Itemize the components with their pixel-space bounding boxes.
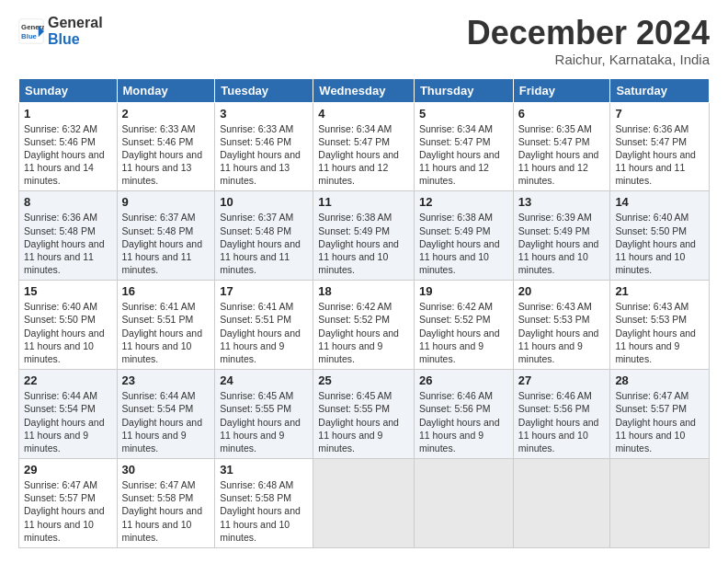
day-detail: Sunrise: 6:39 AMSunset: 5:49 PMDaylight … bbox=[518, 212, 599, 275]
week-row-1: 1 Sunrise: 6:32 AMSunset: 5:46 PMDayligh… bbox=[19, 102, 710, 191]
day-detail: Sunrise: 6:35 AMSunset: 5:47 PMDaylight … bbox=[518, 123, 599, 187]
logo-line2: Blue bbox=[48, 31, 80, 47]
day-cell bbox=[513, 459, 610, 548]
day-number: 3 bbox=[220, 107, 308, 121]
day-cell: 28 Sunrise: 6:47 AMSunset: 5:57 PMDaylig… bbox=[610, 370, 710, 459]
day-detail: Sunrise: 6:34 AMSunset: 5:47 PMDaylight … bbox=[419, 123, 500, 187]
day-detail: Sunrise: 6:40 AMSunset: 5:50 PMDaylight … bbox=[24, 301, 105, 364]
day-cell: 20 Sunrise: 6:43 AMSunset: 5:53 PMDaylig… bbox=[513, 281, 610, 370]
day-cell: 16 Sunrise: 6:41 AMSunset: 5:51 PMDaylig… bbox=[117, 281, 215, 370]
day-number: 15 bbox=[24, 284, 112, 298]
day-cell bbox=[610, 459, 710, 548]
day-number: 7 bbox=[615, 107, 704, 121]
day-cell: 3 Sunrise: 6:33 AMSunset: 5:46 PMDayligh… bbox=[215, 102, 313, 191]
title-block: December 2024 Raichur, Karnataka, India bbox=[467, 15, 710, 67]
day-detail: Sunrise: 6:42 AMSunset: 5:52 PMDaylight … bbox=[419, 301, 500, 364]
day-detail: Sunrise: 6:42 AMSunset: 5:52 PMDaylight … bbox=[318, 301, 399, 364]
day-detail: Sunrise: 6:48 AMSunset: 5:58 PMDaylight … bbox=[220, 479, 301, 543]
day-detail: Sunrise: 6:43 AMSunset: 5:53 PMDaylight … bbox=[518, 301, 599, 364]
day-number: 28 bbox=[615, 373, 704, 387]
header-row: General Blue General Blue December 2024 … bbox=[18, 15, 710, 67]
day-detail: Sunrise: 6:47 AMSunset: 5:58 PMDaylight … bbox=[122, 479, 203, 543]
day-detail: Sunrise: 6:38 AMSunset: 5:49 PMDaylight … bbox=[318, 212, 399, 275]
day-detail: Sunrise: 6:44 AMSunset: 5:54 PMDaylight … bbox=[122, 390, 203, 454]
day-number: 8 bbox=[24, 195, 112, 209]
day-detail: Sunrise: 6:37 AMSunset: 5:48 PMDaylight … bbox=[220, 212, 301, 275]
day-number: 22 bbox=[24, 373, 112, 387]
week-row-3: 15 Sunrise: 6:40 AMSunset: 5:50 PMDaylig… bbox=[19, 281, 710, 370]
day-cell: 22 Sunrise: 6:44 AMSunset: 5:54 PMDaylig… bbox=[19, 370, 118, 459]
week-row-4: 22 Sunrise: 6:44 AMSunset: 5:54 PMDaylig… bbox=[19, 370, 710, 459]
day-cell: 10 Sunrise: 6:37 AMSunset: 5:48 PMDaylig… bbox=[215, 191, 313, 281]
logo: General Blue General Blue bbox=[18, 15, 103, 47]
day-cell: 24 Sunrise: 6:45 AMSunset: 5:55 PMDaylig… bbox=[215, 370, 313, 459]
day-cell: 11 Sunrise: 6:38 AMSunset: 5:49 PMDaylig… bbox=[313, 191, 415, 281]
day-detail: Sunrise: 6:33 AMSunset: 5:46 PMDaylight … bbox=[122, 123, 203, 187]
day-number: 17 bbox=[220, 284, 308, 298]
day-number: 23 bbox=[122, 373, 210, 387]
day-detail: Sunrise: 6:46 AMSunset: 5:56 PMDaylight … bbox=[518, 390, 599, 454]
header-sunday: Sunday bbox=[19, 78, 118, 102]
day-cell: 5 Sunrise: 6:34 AMSunset: 5:47 PMDayligh… bbox=[414, 102, 513, 191]
header-friday: Friday bbox=[513, 78, 610, 102]
day-number: 4 bbox=[318, 107, 409, 121]
day-cell bbox=[313, 459, 415, 548]
day-cell: 23 Sunrise: 6:44 AMSunset: 5:54 PMDaylig… bbox=[117, 370, 215, 459]
day-cell: 21 Sunrise: 6:43 AMSunset: 5:53 PMDaylig… bbox=[610, 281, 710, 370]
day-cell: 25 Sunrise: 6:45 AMSunset: 5:55 PMDaylig… bbox=[313, 370, 415, 459]
day-cell: 8 Sunrise: 6:36 AMSunset: 5:48 PMDayligh… bbox=[19, 191, 118, 281]
month-title: December 2024 bbox=[467, 15, 710, 52]
day-cell: 9 Sunrise: 6:37 AMSunset: 5:48 PMDayligh… bbox=[117, 191, 215, 281]
day-number: 26 bbox=[419, 373, 508, 387]
day-cell: 30 Sunrise: 6:47 AMSunset: 5:58 PMDaylig… bbox=[117, 459, 215, 548]
day-cell: 12 Sunrise: 6:38 AMSunset: 5:49 PMDaylig… bbox=[414, 191, 513, 281]
day-number: 9 bbox=[122, 195, 210, 209]
day-detail: Sunrise: 6:40 AMSunset: 5:50 PMDaylight … bbox=[615, 212, 696, 275]
day-cell: 31 Sunrise: 6:48 AMSunset: 5:58 PMDaylig… bbox=[215, 459, 313, 548]
week-row-2: 8 Sunrise: 6:36 AMSunset: 5:48 PMDayligh… bbox=[19, 191, 710, 281]
day-detail: Sunrise: 6:45 AMSunset: 5:55 PMDaylight … bbox=[220, 390, 301, 454]
day-detail: Sunrise: 6:47 AMSunset: 5:57 PMDaylight … bbox=[24, 479, 105, 543]
day-detail: Sunrise: 6:36 AMSunset: 5:48 PMDaylight … bbox=[24, 212, 105, 275]
day-number: 2 bbox=[122, 107, 210, 121]
day-number: 24 bbox=[220, 373, 308, 387]
day-number: 6 bbox=[518, 107, 606, 121]
day-number: 5 bbox=[419, 107, 508, 121]
day-number: 30 bbox=[122, 463, 210, 477]
day-cell: 29 Sunrise: 6:47 AMSunset: 5:57 PMDaylig… bbox=[19, 459, 118, 548]
header-saturday: Saturday bbox=[610, 78, 710, 102]
day-detail: Sunrise: 6:37 AMSunset: 5:48 PMDaylight … bbox=[122, 212, 203, 275]
day-number: 18 bbox=[318, 284, 409, 298]
day-number: 1 bbox=[24, 107, 112, 121]
day-number: 25 bbox=[318, 373, 409, 387]
day-cell bbox=[414, 459, 513, 548]
day-cell: 7 Sunrise: 6:36 AMSunset: 5:47 PMDayligh… bbox=[610, 102, 710, 191]
day-detail: Sunrise: 6:45 AMSunset: 5:55 PMDaylight … bbox=[318, 390, 399, 454]
day-number: 27 bbox=[518, 373, 606, 387]
day-number: 31 bbox=[220, 463, 308, 477]
logo-icon: General Blue bbox=[18, 18, 44, 44]
day-number: 16 bbox=[122, 284, 210, 298]
header-thursday: Thursday bbox=[414, 78, 513, 102]
day-number: 10 bbox=[220, 195, 308, 209]
page-container: General Blue General Blue December 2024 … bbox=[0, 0, 728, 557]
location-subtitle: Raichur, Karnataka, India bbox=[467, 52, 710, 67]
day-cell: 26 Sunrise: 6:46 AMSunset: 5:56 PMDaylig… bbox=[414, 370, 513, 459]
day-number: 12 bbox=[419, 195, 508, 209]
day-detail: Sunrise: 6:36 AMSunset: 5:47 PMDaylight … bbox=[615, 123, 696, 187]
day-number: 11 bbox=[318, 195, 409, 209]
day-detail: Sunrise: 6:33 AMSunset: 5:46 PMDaylight … bbox=[220, 123, 301, 187]
day-detail: Sunrise: 6:41 AMSunset: 5:51 PMDaylight … bbox=[122, 301, 203, 364]
day-number: 20 bbox=[518, 284, 606, 298]
logo-text: General Blue bbox=[48, 15, 103, 47]
header-tuesday: Tuesday bbox=[215, 78, 313, 102]
day-number: 19 bbox=[419, 284, 508, 298]
svg-text:Blue: Blue bbox=[21, 31, 38, 40]
day-detail: Sunrise: 6:44 AMSunset: 5:54 PMDaylight … bbox=[24, 390, 105, 454]
day-cell: 2 Sunrise: 6:33 AMSunset: 5:46 PMDayligh… bbox=[117, 102, 215, 191]
day-cell: 17 Sunrise: 6:41 AMSunset: 5:51 PMDaylig… bbox=[215, 281, 313, 370]
day-number: 13 bbox=[518, 195, 606, 209]
day-cell: 13 Sunrise: 6:39 AMSunset: 5:49 PMDaylig… bbox=[513, 191, 610, 281]
day-cell: 15 Sunrise: 6:40 AMSunset: 5:50 PMDaylig… bbox=[19, 281, 118, 370]
day-cell: 27 Sunrise: 6:46 AMSunset: 5:56 PMDaylig… bbox=[513, 370, 610, 459]
